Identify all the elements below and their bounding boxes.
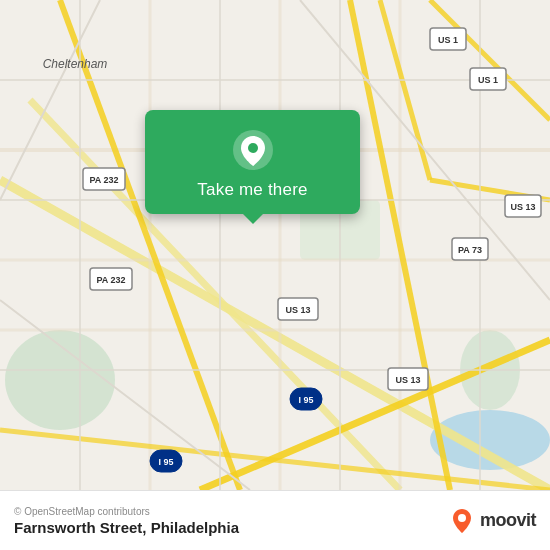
svg-text:I 95: I 95 bbox=[298, 395, 313, 405]
bottom-left-info: © OpenStreetMap contributors Farnsworth … bbox=[14, 506, 239, 536]
svg-text:US 1: US 1 bbox=[478, 75, 498, 85]
moovit-text: moovit bbox=[480, 510, 536, 531]
svg-text:US 13: US 13 bbox=[285, 305, 310, 315]
moovit-pin-icon bbox=[448, 507, 476, 535]
location-pin-icon bbox=[231, 128, 275, 172]
svg-text:I 95: I 95 bbox=[158, 457, 173, 467]
svg-text:PA 73: PA 73 bbox=[458, 245, 482, 255]
popup-label: Take me there bbox=[197, 180, 307, 200]
svg-text:US 13: US 13 bbox=[510, 202, 535, 212]
location-name: Farnsworth Street, Philadelphia bbox=[14, 519, 239, 536]
svg-text:US 1: US 1 bbox=[438, 35, 458, 45]
svg-point-52 bbox=[248, 143, 258, 153]
bottom-bar: © OpenStreetMap contributors Farnsworth … bbox=[0, 490, 550, 550]
svg-text:US 13: US 13 bbox=[395, 375, 420, 385]
svg-text:PA 232: PA 232 bbox=[89, 175, 118, 185]
svg-point-53 bbox=[458, 514, 466, 522]
moovit-logo: moovit bbox=[448, 507, 536, 535]
copyright-text: © OpenStreetMap contributors bbox=[14, 506, 239, 517]
map-container: US 1 US 1 US 13 PA 232 PA 232 PA 73 US 1… bbox=[0, 0, 550, 490]
take-me-there-button[interactable]: Take me there bbox=[145, 110, 360, 214]
svg-text:Cheltenham: Cheltenham bbox=[43, 57, 108, 71]
svg-text:PA 232: PA 232 bbox=[96, 275, 125, 285]
